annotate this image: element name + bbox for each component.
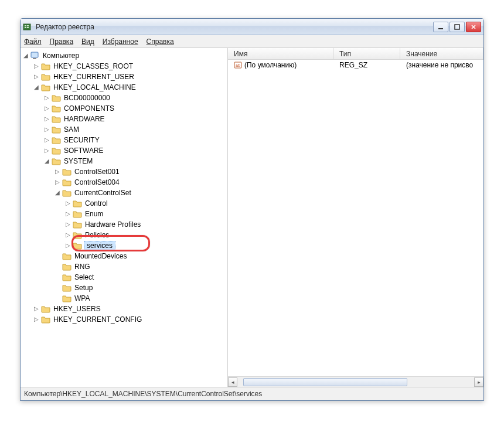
titlebar: Редактор реестра: [21, 19, 483, 35]
menu-file[interactable]: Файл: [24, 38, 42, 46]
expander-closed-icon[interactable]: ▷: [33, 316, 39, 322]
close-button[interactable]: [466, 22, 481, 32]
folder-icon: [41, 315, 50, 324]
value-data: (значение не присво: [400, 61, 483, 69]
menu-help[interactable]: Справка: [147, 38, 174, 46]
expander-closed-icon[interactable]: ▷: [33, 63, 39, 69]
menubar: Файл Правка Вид Избранное Справка: [21, 35, 483, 48]
tree-node-select[interactable]: Select: [55, 272, 227, 283]
tree-node-enum[interactable]: ▷ Enum: [65, 209, 227, 219]
expander-closed-icon[interactable]: ▷: [44, 106, 50, 111]
tree-node-policies[interactable]: ▷ Policies: [65, 230, 227, 240]
tree-label: SYSTEM: [63, 157, 94, 165]
list-row[interactable]: ab (По умолчанию) REG_SZ (значение не пр…: [228, 60, 483, 70]
tree-node-hwprofiles[interactable]: ▷ Hardware Profiles: [65, 219, 227, 230]
list-body[interactable]: ab (По умолчанию) REG_SZ (значение не пр…: [228, 60, 483, 376]
expander-open-icon[interactable]: ◢: [44, 158, 50, 164]
tree-node-rng[interactable]: RNG: [55, 261, 227, 272]
tree-label: HKEY_CLASSES_ROOT: [52, 62, 134, 70]
expander-closed-icon[interactable]: ▷: [65, 211, 71, 217]
tree-label: Select: [73, 273, 95, 281]
tree-node-wpa[interactable]: WPA: [55, 293, 227, 304]
menu-favorites[interactable]: Избранное: [103, 38, 138, 46]
folder-icon: [73, 231, 82, 239]
tree-label: SECURITY: [63, 136, 101, 144]
tree-label: RNG: [73, 263, 91, 271]
expander-closed-icon[interactable]: ▷: [44, 127, 50, 132]
expander-closed-icon[interactable]: ▷: [65, 232, 71, 238]
tree-node-services[interactable]: ▷ services: [65, 240, 227, 251]
menu-edit[interactable]: Правка: [50, 38, 74, 46]
expander-closed-icon[interactable]: ▷: [65, 222, 71, 227]
tree-label: WPA: [73, 294, 91, 302]
expander-closed-icon[interactable]: ▷: [44, 148, 50, 154]
tree-node-ccs[interactable]: ◢ CurrentControlSet: [55, 188, 227, 198]
tree-node-bcd[interactable]: ▷ BCD00000000: [44, 93, 227, 103]
folder-icon: [41, 73, 50, 81]
tree-label: MountedDevices: [73, 252, 128, 260]
column-header-value[interactable]: Значение: [400, 48, 483, 59]
folder-icon: [52, 125, 61, 134]
folder-icon: [62, 178, 71, 186]
tree-node-hardware[interactable]: ▷ HARDWARE: [44, 114, 227, 124]
expander-closed-icon[interactable]: ▷: [44, 137, 50, 143]
expander-closed-icon[interactable]: ▷: [44, 95, 50, 101]
tree-node-control[interactable]: ▷ Control: [65, 198, 227, 209]
folder-icon: [52, 94, 61, 102]
tree-node-hklm[interactable]: ◢ HKEY_LOCAL_MACHINE: [33, 82, 227, 93]
expander-closed-icon[interactable]: ▷: [33, 74, 39, 80]
tree-node-software[interactable]: ▷ SOFTWARE: [44, 145, 227, 156]
expander-open-icon[interactable]: ◢: [55, 190, 60, 196]
tree-node-computer[interactable]: ◢ Компьютер: [23, 50, 227, 61]
tree-node-hkcr[interactable]: ▷ HKEY_CLASSES_ROOT: [33, 61, 227, 72]
expander-closed-icon[interactable]: ▷: [44, 116, 50, 122]
expander-open-icon[interactable]: ◢: [23, 53, 29, 59]
tree-node-hku[interactable]: ▷ HKEY_USERS: [33, 304, 227, 314]
tree-node-cs004[interactable]: ▷ ControlSet004: [55, 177, 227, 188]
computer-icon: [30, 52, 40, 60]
maximize-button[interactable]: [449, 22, 465, 32]
tree-node-components[interactable]: ▷ COMPONENTS: [44, 103, 227, 114]
tree-node-security[interactable]: ▷ SECURITY: [44, 135, 227, 145]
tree-label: SAM: [63, 125, 80, 134]
tree-pane[interactable]: ◢ Компьютер ▷ HKEY_CLASSES_ROOT: [21, 48, 228, 387]
folder-icon: [73, 199, 82, 207]
expander-closed-icon[interactable]: ▷: [55, 179, 60, 185]
tree-node-system[interactable]: ◢ SYSTEM: [44, 156, 227, 166]
tree-label: Setup: [73, 284, 94, 292]
tree-node-mounteddevices[interactable]: MountedDevices: [55, 251, 227, 261]
expander-open-icon[interactable]: ◢: [33, 84, 39, 90]
column-header-name[interactable]: Имя: [228, 48, 333, 59]
tree-label: Enum: [84, 210, 104, 218]
client-area: ◢ Компьютер ▷ HKEY_CLASSES_ROOT: [21, 48, 483, 387]
scroll-track[interactable]: [237, 377, 474, 387]
horizontal-scrollbar[interactable]: ◂ ▸: [228, 376, 483, 387]
folder-icon: [73, 220, 82, 229]
tree-label: Control: [84, 199, 109, 207]
value-name: (По умолчанию): [244, 61, 297, 69]
expander-closed-icon[interactable]: ▷: [33, 306, 39, 312]
tree-label: Policies: [84, 231, 110, 239]
minimize-button[interactable]: [433, 22, 448, 32]
folder-icon: [73, 241, 82, 250]
expander-closed-icon[interactable]: ▷: [65, 243, 71, 249]
expander-closed-icon[interactable]: ▷: [55, 169, 60, 175]
folder-icon: [62, 168, 71, 176]
expander-closed-icon[interactable]: ▷: [65, 200, 71, 206]
tree-node-sam[interactable]: ▷ SAM: [44, 124, 227, 135]
scroll-thumb[interactable]: [243, 378, 407, 386]
tree-node-cs001[interactable]: ▷ ControlSet001: [55, 166, 227, 177]
column-header-type[interactable]: Тип: [333, 48, 400, 59]
svg-rect-1: [25, 25, 26, 26]
tree-node-hkcc[interactable]: ▷ HKEY_CURRENT_CONFIG: [33, 314, 227, 325]
svg-rect-8: [33, 58, 36, 59]
menu-view[interactable]: Вид: [81, 38, 94, 46]
folder-icon: [41, 305, 50, 313]
tree-node-setup[interactable]: Setup: [55, 283, 227, 293]
folder-icon: [62, 284, 71, 292]
statusbar: Компьютер\HKEY_LOCAL_MACHINE\SYSTEM\Curr…: [21, 387, 483, 400]
window-controls: [433, 22, 481, 32]
scroll-right-button[interactable]: ▸: [474, 377, 483, 387]
scroll-left-button[interactable]: ◂: [228, 377, 237, 387]
tree-node-hkcu[interactable]: ▷ HKEY_CURRENT_USER: [33, 72, 227, 82]
